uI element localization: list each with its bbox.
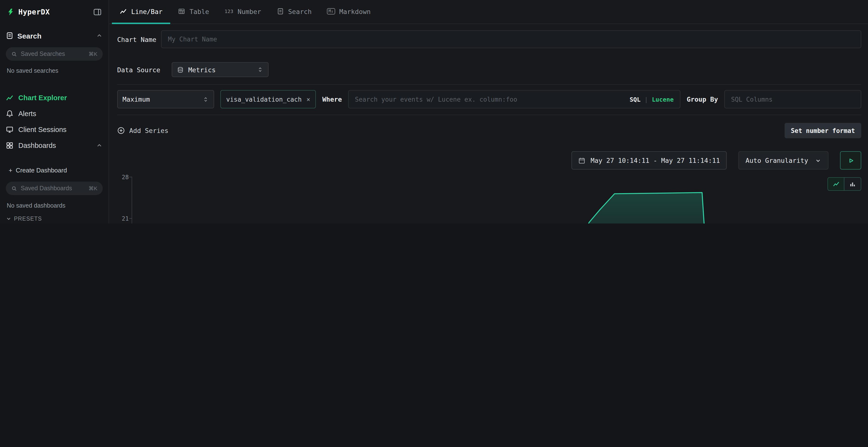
add-series-label: Add Series	[129, 127, 168, 134]
series-row: Maximum visa_validation_cach × Where Sea…	[117, 90, 861, 108]
database-icon	[177, 66, 184, 73]
nav-label: Dashboards	[18, 141, 56, 149]
app-title: HyperDX	[18, 8, 50, 16]
metric-tag-label: visa_validation_cach	[226, 96, 302, 103]
run-query-button[interactable]	[840, 151, 861, 170]
hyperdx-app: HyperDX Search Saved Searches ⌘K No sa	[0, 0, 868, 224]
search-icon	[11, 185, 18, 192]
create-dashboard-button[interactable]: + Create Dashboard	[6, 166, 103, 174]
tab-search[interactable]: Search	[269, 0, 319, 24]
data-source-select[interactable]: Metrics	[172, 62, 269, 77]
y-axis-tick-label: 21	[122, 215, 129, 221]
sidebar-item-alerts[interactable]: Alerts	[6, 105, 103, 122]
saved-searches-input[interactable]: Saved Searches ⌘K	[6, 47, 103, 61]
chart-explorer-content: Chart Name My Chart Name Data Source Met…	[109, 24, 868, 224]
line-chart-icon	[120, 8, 127, 15]
nav-label: Chart Explorer	[18, 94, 67, 101]
y-axis-tick	[129, 177, 132, 177]
kbd-shortcut-badge: ⌘K	[89, 185, 97, 192]
tab-line-bar[interactable]: Line/Bar	[112, 0, 170, 24]
chart-name-input[interactable]: My Chart Name	[161, 30, 861, 48]
search-section-label: Search	[18, 32, 41, 40]
play-icon	[847, 157, 854, 164]
line-chart-icon	[833, 181, 839, 187]
data-source-value: Metrics	[188, 66, 216, 73]
bar-view-toggle[interactable]	[844, 178, 861, 190]
sidebar-item-dashboards[interactable]: Dashboards	[6, 137, 103, 153]
monitor-icon	[6, 126, 13, 133]
tab-number[interactable]: 123 Number	[217, 0, 269, 24]
sidebar: HyperDX Search Saved Searches ⌘K No sa	[0, 0, 109, 224]
saved-dashboards-placeholder: Saved Dashboards	[21, 185, 72, 192]
nav-label: Alerts	[18, 110, 36, 117]
lucene-mode-toggle[interactable]: Lucene	[652, 96, 674, 103]
chevron-down-icon	[815, 157, 821, 164]
table-icon	[178, 8, 185, 15]
chart-name-placeholder: My Chart Name	[168, 36, 217, 43]
bar-chart-icon	[849, 181, 856, 187]
tab-markdown[interactable]: M↓ Markdown	[319, 0, 378, 24]
presets-toggle[interactable]: PRESETS	[6, 215, 103, 222]
chart-name-label: Chart Name	[117, 35, 156, 43]
remove-tag-icon[interactable]: ×	[306, 96, 310, 103]
sidebar-section-search[interactable]: Search	[6, 31, 103, 40]
data-source-label: Data Source	[117, 66, 160, 73]
search-list-icon	[277, 8, 284, 15]
search-section-icon	[6, 32, 13, 39]
line-chart-canvas	[132, 177, 861, 224]
chart-plot[interactable]: 07142128	[132, 177, 861, 224]
search-icon	[11, 51, 18, 57]
chevron-up-icon[interactable]	[96, 142, 103, 148]
kbd-shortcut-badge: ⌘K	[89, 51, 97, 57]
group-by-placeholder: SQL Columns	[731, 96, 773, 103]
number-icon: 123	[224, 9, 233, 14]
select-chevrons-icon	[203, 96, 209, 102]
no-saved-searches-text: No saved searches	[6, 67, 103, 75]
sidebar-collapse-icon	[93, 8, 102, 16]
nav-label: Client Sessions	[18, 126, 66, 133]
add-series-button[interactable]: Add Series	[117, 127, 168, 134]
aggregation-select[interactable]: Maximum	[117, 90, 214, 108]
bell-icon	[6, 110, 13, 117]
set-number-format-button[interactable]: Set number format	[784, 123, 861, 138]
granularity-select[interactable]: Auto Granularity	[738, 151, 829, 170]
chart-display-toggle	[828, 177, 861, 191]
chart-line	[132, 193, 861, 224]
presets-label: PRESETS	[14, 215, 42, 221]
tab-label: Number	[238, 7, 261, 15]
create-dashboard-label: Create Dashboard	[16, 166, 67, 174]
collapse-sidebar-button[interactable]	[93, 8, 102, 16]
saved-searches-placeholder: Saved Searches	[21, 50, 65, 57]
sidebar-item-client-sessions[interactable]: Client Sessions	[6, 122, 103, 137]
hyperdx-logo-icon	[7, 8, 14, 16]
metric-field-tag[interactable]: visa_validation_cach ×	[220, 90, 316, 108]
date-range-input[interactable]: May 27 10:14:11 - May 27 11:14:11	[571, 151, 726, 170]
where-input[interactable]: Search your events w/ Lucene ex. column:…	[348, 90, 680, 108]
chart-explorer-icon	[6, 94, 13, 101]
saved-dashboards-input[interactable]: Saved Dashboards ⌘K	[6, 182, 103, 195]
tab-label: Table	[189, 7, 209, 15]
data-source-row: Data Source Metrics	[117, 62, 861, 77]
line-view-toggle[interactable]	[828, 178, 844, 190]
chart-name-row: Chart Name My Chart Name	[117, 30, 861, 48]
main-panel: Line/Bar Table 123 Number Search M↓	[109, 0, 868, 224]
divider	[117, 84, 861, 85]
divider	[117, 115, 861, 115]
chevron-up-icon[interactable]	[96, 32, 103, 39]
group-by-input[interactable]: SQL Columns	[724, 90, 861, 108]
tab-table[interactable]: Table	[170, 0, 217, 24]
chart-area-fill	[132, 193, 861, 224]
sql-mode-toggle[interactable]: SQL	[629, 96, 641, 103]
chevron-down-icon	[6, 215, 11, 221]
tab-label: Markdown	[339, 7, 371, 15]
time-toolbar: May 27 10:14:11 - May 27 11:14:11 Auto G…	[117, 151, 861, 170]
logo-row: HyperDX	[6, 7, 103, 16]
dashboards-icon	[6, 141, 13, 149]
query-language-toggle: SQL | Lucene	[629, 96, 674, 103]
aggregation-value: Maximum	[123, 95, 150, 103]
chart-region: 07142128 May 27 10:14:00 AM10:23:00 AM10…	[117, 177, 861, 224]
sidebar-item-chart-explorer[interactable]: Chart Explorer	[6, 90, 103, 105]
select-chevrons-icon	[257, 66, 264, 73]
plus-icon: +	[9, 166, 12, 174]
group-by-label: Group By	[687, 95, 718, 103]
